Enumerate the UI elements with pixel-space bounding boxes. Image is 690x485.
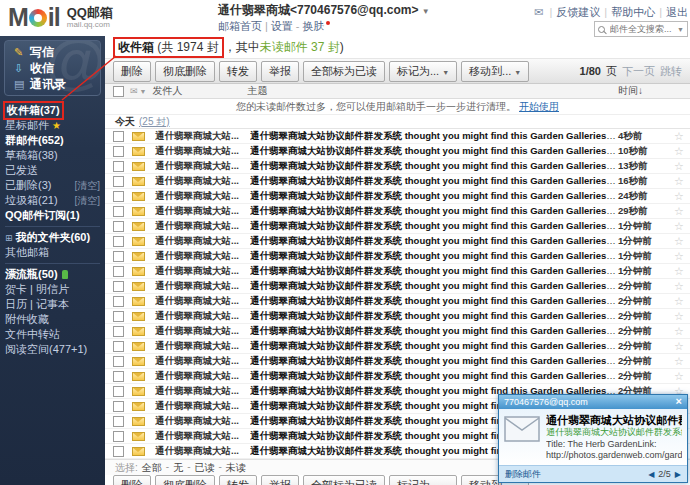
sidebar-folder[interactable]: ⊞我的文件夹(60)	[0, 230, 105, 245]
sidebar-folder[interactable]: 文件中转站	[0, 327, 105, 342]
row-checkbox[interactable]	[113, 146, 124, 157]
star-outline-icon[interactable]: ☆	[668, 160, 690, 173]
toolbar-button-0[interactable]: 删除	[113, 61, 151, 82]
toolbar-button-5[interactable]: 标记为...▼	[389, 61, 457, 82]
receive-button[interactable]: ⇩ 收信	[14, 60, 100, 76]
row-checkbox[interactable]	[113, 191, 124, 202]
mail-row[interactable]: 通什翡翠商城大站...通什翡翠商城大站协议邮件群发系统 thought you …	[105, 279, 690, 294]
mail-row[interactable]: 通什翡翠商城大站...通什翡翠商城大站协议邮件群发系统 thought you …	[105, 294, 690, 309]
sidebar-folder[interactable]: 垃圾箱(21)[清空]	[0, 193, 105, 208]
toolbar-button-3[interactable]: 举报	[261, 61, 299, 82]
sidebar-folder[interactable]: 贺卡 | 明信片	[0, 282, 105, 297]
expander-icon[interactable]: ⊞	[5, 233, 13, 243]
row-checkbox[interactable]	[113, 131, 124, 142]
mail-row[interactable]: 通什翡翠商城大站...通什翡翠商城大站协议邮件群发系统 thought you …	[105, 189, 690, 204]
toolbar-button-1[interactable]: 彻底删除	[155, 475, 215, 485]
star-outline-icon[interactable]: ☆	[668, 325, 690, 338]
star-outline-icon[interactable]: ☆	[668, 175, 690, 188]
row-checkbox[interactable]	[113, 236, 124, 247]
top-link-2[interactable]: 退出	[666, 6, 688, 18]
delete-mail-link[interactable]: 删除邮件	[505, 468, 541, 481]
close-icon[interactable]: ×	[676, 396, 682, 407]
toolbar-button-1[interactable]: 彻底删除	[155, 61, 215, 82]
toolbar-button-2[interactable]: 转发	[219, 61, 257, 82]
mail-row[interactable]: 通什翡翠商城大站...通什翡翠商城大站协议邮件群发系统 thought you …	[105, 159, 690, 174]
select-option-0[interactable]: 全部	[142, 461, 162, 475]
star-outline-icon[interactable]: ☆	[668, 265, 690, 278]
nav-settings[interactable]: 设置	[271, 20, 293, 32]
sidebar-folder[interactable]: 群邮件(652)	[0, 133, 105, 148]
star-outline-icon[interactable]: ☆	[668, 340, 690, 353]
toolbar-button-5[interactable]: 标记为...▼	[389, 475, 457, 485]
empty-folder-link[interactable]: [清空]	[74, 194, 100, 208]
time-column[interactable]: 时间↓	[618, 84, 668, 98]
row-checkbox[interactable]	[113, 401, 124, 412]
star-outline-icon[interactable]: ☆	[668, 295, 690, 308]
row-checkbox[interactable]	[113, 386, 124, 397]
star-outline-icon[interactable]: ☆	[668, 190, 690, 203]
subject-column[interactable]: 主题	[247, 84, 618, 98]
nav-mail-home[interactable]: 邮箱首页	[218, 20, 262, 32]
star-outline-icon[interactable]: ☆	[668, 235, 690, 248]
row-checkbox[interactable]	[113, 341, 124, 352]
popup-prev-icon[interactable]: ◀	[648, 470, 654, 479]
sidebar-folder[interactable]: 日历 | 记事本	[0, 297, 105, 312]
star-outline-icon[interactable]: ☆	[668, 130, 690, 143]
row-checkbox[interactable]	[113, 176, 124, 187]
sidebar-folder[interactable]: 已删除(3)[清空]	[0, 178, 105, 193]
mail-row[interactable]: 通什翡翠商城大站...通什翡翠商城大站协议邮件群发系统 thought you …	[105, 249, 690, 264]
sidebar-folder[interactable]: 收件箱(37)	[0, 103, 105, 118]
toolbar-button-6[interactable]: 移动到...▼	[461, 61, 529, 82]
toolbar-button-4[interactable]: 全部标为已读	[303, 61, 385, 82]
mail-row[interactable]: 通什翡翠商城大站...通什翡翠商城大站协议邮件群发系统 thought you …	[105, 219, 690, 234]
row-checkbox[interactable]	[113, 266, 124, 277]
empty-folder-link[interactable]: [清空]	[74, 179, 100, 193]
mail-row[interactable]: 通什翡翠商城大站...通什翡翠商城大站协议邮件群发系统 thought you …	[105, 129, 690, 144]
search-input[interactable]	[608, 23, 677, 35]
popup-mail-subject[interactable]: 通什翡翠商城大站协议邮件群发...	[546, 414, 682, 428]
star-outline-icon[interactable]: ☆	[668, 310, 690, 323]
sidebar-folder[interactable]: 草稿箱(38)	[0, 148, 105, 163]
sidebar-folder[interactable]: 漂流瓶(50)	[0, 267, 105, 282]
star-outline-icon[interactable]: ☆	[668, 370, 690, 383]
top-link-1[interactable]: 帮助中心	[611, 6, 655, 18]
row-checkbox[interactable]	[113, 326, 124, 337]
mail-row[interactable]: 通什翡翠商城大站...通什翡翠商城大站协议邮件群发系统 thought you …	[105, 144, 690, 159]
row-checkbox[interactable]	[113, 356, 124, 367]
compose-button[interactable]: ✎ 写信	[14, 44, 100, 60]
row-checkbox[interactable]	[113, 416, 124, 427]
contacts-button[interactable]: ▤ 通讯录	[14, 76, 100, 92]
select-option-3[interactable]: 未读	[226, 461, 246, 475]
mail-row[interactable]: 通什翡翠商城大站...通什翡翠商城大站协议邮件群发系统 thought you …	[105, 339, 690, 354]
top-link-0[interactable]: 反馈建议	[556, 6, 600, 18]
row-checkbox[interactable]	[113, 431, 124, 442]
star-outline-icon[interactable]: ☆	[668, 145, 690, 158]
row-checkbox[interactable]	[113, 311, 124, 322]
star-outline-icon[interactable]: ☆	[668, 355, 690, 368]
sidebar-folder[interactable]: 星标邮件★	[0, 118, 105, 133]
row-checkbox[interactable]	[113, 281, 124, 292]
read-status-column-icon[interactable]: ✉	[130, 86, 138, 96]
mail-row[interactable]: 通什翡翠商城大站...通什翡翠商城大站协议邮件群发系统 thought you …	[105, 354, 690, 369]
toolbar-button-3[interactable]: 举报	[261, 475, 299, 485]
row-checkbox[interactable]	[113, 446, 124, 457]
mail-row[interactable]: 通什翡翠商城大站...通什翡翠商城大站协议邮件群发系统 thought you …	[105, 324, 690, 339]
sidebar-folder[interactable]: 阅读空间(477+1)	[0, 342, 105, 357]
sender-column[interactable]: 发件人	[152, 84, 247, 98]
row-checkbox[interactable]	[113, 251, 124, 262]
sidebar-folder[interactable]: QQ邮件订阅(1)	[0, 208, 105, 223]
star-outline-icon[interactable]: ☆	[668, 205, 690, 218]
select-option-2[interactable]: 已读	[194, 461, 214, 475]
popup-next-icon[interactable]: ▶	[675, 470, 681, 479]
row-checkbox[interactable]	[113, 221, 124, 232]
start-cleanup-link[interactable]: 开始使用	[519, 100, 559, 114]
next-page-link[interactable]: 下一页	[622, 64, 655, 79]
today-count-link[interactable]: (25 封)	[139, 115, 170, 129]
toolbar-button-0[interactable]: 删除	[113, 475, 151, 485]
jump-page-link[interactable]: 跳转	[660, 64, 682, 79]
sidebar-folder[interactable]: 已发送	[0, 163, 105, 178]
mail-row[interactable]: 通什翡翠商城大站...通什翡翠商城大站协议邮件群发系统 thought you …	[105, 174, 690, 189]
account-menu[interactable]: 通什翡翠商城<770467576@qq.com> ▼	[218, 4, 430, 16]
select-option-1[interactable]: 无	[173, 461, 183, 475]
row-checkbox[interactable]	[113, 161, 124, 172]
